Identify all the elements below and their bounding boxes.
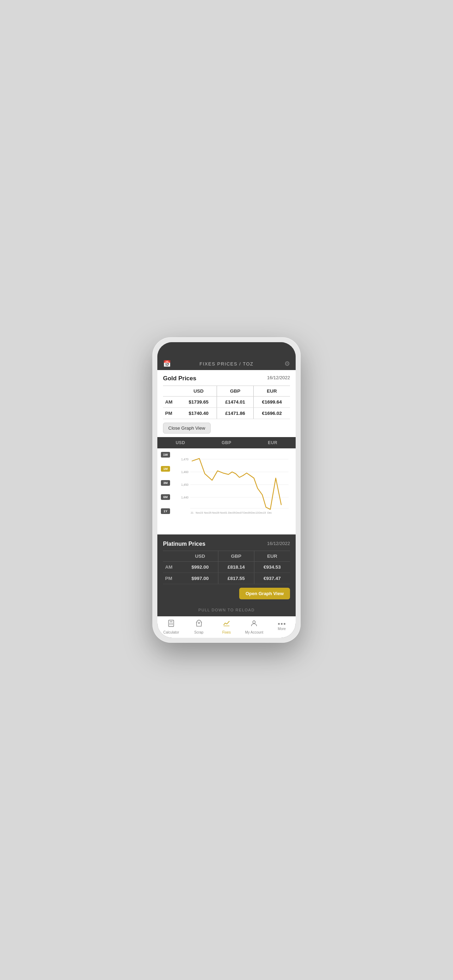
nav-more[interactable]: More: [271, 623, 292, 631]
gold-row-pm: PM $1740.40 £1471.86 €1696.02: [163, 407, 290, 419]
svg-text:Dec13: Dec13: [251, 511, 258, 514]
scrap-icon: [195, 619, 203, 629]
svg-text:21: 21: [191, 511, 193, 514]
open-graph-btn-row: Open Graph View: [163, 588, 290, 599]
svg-text:Nov25: Nov25: [204, 511, 211, 514]
tab-usd[interactable]: USD: [157, 437, 203, 449]
gold-graph-btn-row: Open Graph View: [157, 521, 296, 535]
chart-svg-container: 1,470 1,460 1,450 1,440 21 Nov23 Nov25 N…: [176, 452, 292, 519]
open-graph-button[interactable]: Open Graph View: [239, 588, 290, 599]
more-label: More: [278, 627, 286, 631]
time-filter-6m[interactable]: 6M: [161, 494, 170, 500]
svg-text:1,460: 1,460: [181, 471, 188, 474]
gold-date: 16/12/2022: [267, 375, 290, 380]
svg-text:Dec09: Dec09: [243, 511, 251, 514]
gold-prices-card: Gold Prices 16/12/2022 USD GBP EUR AM $1…: [157, 370, 296, 437]
gold-am-label: AM: [163, 396, 181, 407]
dark-section: Platinum Prices 16/12/2022 USD GBP EUR: [157, 536, 296, 616]
gold-card-header: Gold Prices 16/12/2022: [163, 375, 290, 382]
more-icon: [278, 623, 285, 625]
svg-text:Nov23: Nov23: [196, 511, 203, 514]
tab-gbp[interactable]: GBP: [203, 437, 250, 449]
gold-am-eur: €1699.64: [254, 396, 290, 407]
gold-col-gbp: GBP: [217, 386, 254, 396]
plat-pm-eur: €937.47: [254, 573, 290, 584]
nav-calculator[interactable]: Calculator: [161, 619, 182, 634]
plat-am-eur: €934.53: [254, 562, 290, 573]
gold-pm-usd: $1740.40: [181, 407, 217, 419]
plat-am-usd: $992.00: [183, 562, 218, 573]
time-filter-1w[interactable]: 1W: [161, 452, 170, 458]
chart-area: 1W 1M 3M 6M 1Y 1,470 1,460 1,: [157, 449, 296, 521]
header-title: FIXES PRICES / TOZ: [200, 361, 254, 366]
svg-text:1,440: 1,440: [181, 496, 188, 499]
calculator-label: Calculator: [163, 630, 179, 634]
plat-pm-usd: $997.00: [183, 573, 218, 584]
platinum-card: Platinum Prices 16/12/2022 USD GBP EUR: [157, 536, 296, 603]
time-filter-1y[interactable]: 1Y: [161, 508, 170, 514]
platinum-card-header: Platinum Prices 16/12/2022: [163, 541, 290, 547]
svg-text:Dec05: Dec05: [228, 511, 235, 514]
plat-am-gbp: £818.14: [218, 562, 254, 573]
price-chart: 1,470 1,460 1,450 1,440 21 Nov23 Nov25 N…: [176, 452, 292, 517]
calendar-icon[interactable]: 📅: [163, 360, 171, 368]
platinum-prices-table: USD GBP EUR AM $992.00 £818.14 €934.53: [163, 550, 290, 584]
svg-text:Dec07: Dec07: [236, 511, 243, 514]
settings-icon[interactable]: ⚙: [285, 360, 290, 368]
time-filter-buttons: 1W 1M 3M 6M 1Y: [161, 452, 170, 522]
nav-scrap[interactable]: Scrap: [188, 619, 210, 634]
time-filter-1m[interactable]: 1M: [161, 466, 170, 472]
fixes-label: Fixes: [222, 630, 231, 634]
gold-pm-label: PM: [163, 407, 181, 419]
plat-am-label: AM: [163, 562, 183, 573]
svg-text:Dec15: Dec15: [259, 511, 266, 514]
bottom-nav: Calculator Scrap: [157, 616, 296, 638]
plat-pm-label: PM: [163, 573, 183, 584]
nav-my-account[interactable]: My Account: [243, 619, 265, 634]
calculator-icon: [167, 619, 175, 629]
plat-col-gbp: GBP: [218, 551, 254, 562]
pull-to-reload: PULL DOWN TO RELOAD: [157, 603, 296, 616]
close-graph-button[interactable]: Close Graph View: [163, 423, 211, 434]
tab-eur[interactable]: EUR: [250, 437, 296, 449]
gold-pm-gbp: £1471.86: [217, 407, 254, 419]
plat-col-eur: EUR: [254, 551, 290, 562]
plat-col-label: [163, 551, 183, 562]
scrap-label: Scrap: [194, 630, 203, 634]
platinum-title: Platinum Prices: [163, 541, 205, 547]
account-label: My Account: [245, 630, 264, 634]
svg-text:1,450: 1,450: [181, 483, 188, 487]
gold-col-eur: EUR: [254, 386, 290, 396]
app-header: 📅 FIXES PRICES / TOZ ⚙: [157, 358, 296, 370]
gold-col-label: [163, 386, 181, 396]
time-filter-3m[interactable]: 3M: [161, 480, 170, 486]
plat-col-usd: USD: [183, 551, 218, 562]
gold-am-gbp: £1474.01: [217, 396, 254, 407]
phone-screen: 📅 FIXES PRICES / TOZ ⚙ Gold Prices 16/12…: [157, 342, 296, 638]
svg-text:1,470: 1,470: [181, 458, 188, 461]
platinum-date: 16/12/2022: [267, 541, 290, 546]
phone-frame: 📅 FIXES PRICES / TOZ ⚙ Gold Prices 16/12…: [153, 337, 300, 643]
svg-text:Nov01: Nov01: [220, 511, 227, 514]
plat-pm-gbp: £817.55: [218, 573, 254, 584]
gold-col-usd: USD: [181, 386, 217, 396]
currency-tabs: USD GBP EUR: [157, 437, 296, 449]
svg-point-28: [198, 623, 200, 624]
gold-prices-table: USD GBP EUR AM $1739.65 £1474.01 €1699.6…: [163, 386, 290, 419]
plat-row-pm: PM $997.00 £817.55 €937.47: [163, 573, 290, 584]
svg-point-31: [253, 621, 256, 624]
account-icon: [250, 619, 258, 629]
plat-row-am: AM $992.00 £818.14 €934.53: [163, 562, 290, 573]
svg-text:Nov29: Nov29: [212, 511, 219, 514]
gold-pm-eur: €1696.02: [254, 407, 290, 419]
gold-row-am: AM $1739.65 £1474.01 €1699.64: [163, 396, 290, 407]
gold-title: Gold Prices: [163, 375, 196, 382]
nav-fixes[interactable]: Fixes: [216, 619, 237, 634]
gold-am-usd: $1739.65: [181, 396, 217, 407]
notch: [205, 342, 248, 352]
fixes-icon: [223, 619, 230, 629]
svg-text:Dec: Dec: [267, 511, 272, 514]
